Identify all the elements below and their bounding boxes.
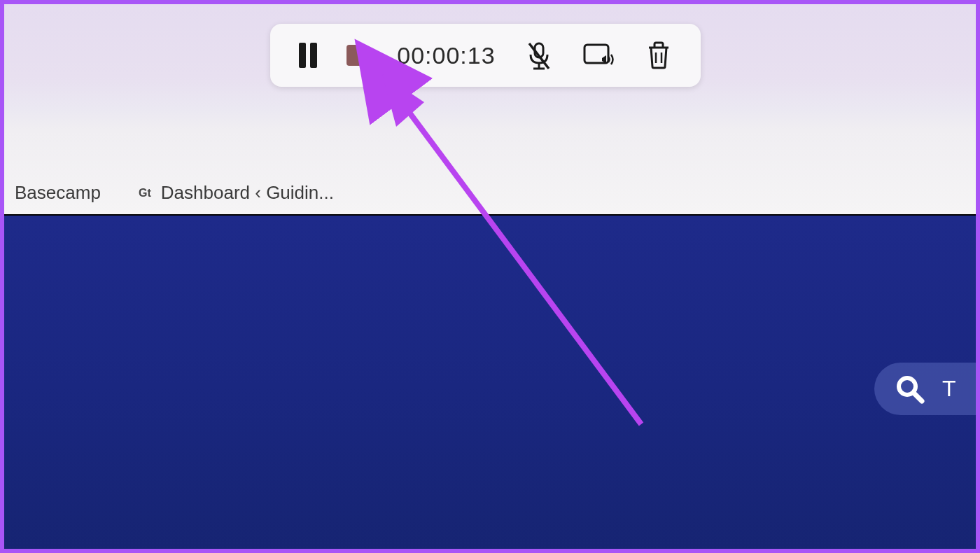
delete-button[interactable] [645, 41, 672, 70]
bookmark-label: Dashboard ‹ Guidin... [161, 182, 334, 204]
svg-line-8 [913, 393, 922, 401]
recording-timer: 00:00:13 [397, 42, 495, 69]
browser-chrome-area: 00:00:13 [4, 4, 976, 214]
stop-icon [346, 45, 368, 66]
screen-audio-icon [582, 41, 616, 69]
search-button[interactable]: T [874, 363, 980, 415]
bookmark-label: Basecamp [15, 182, 101, 204]
microphone-mute-button[interactable] [525, 41, 553, 70]
recording-toolbar: 00:00:13 [270, 24, 701, 87]
bookmark-basecamp[interactable]: Basecamp [15, 182, 101, 204]
microphone-muted-icon [525, 41, 553, 70]
system-audio-button[interactable] [582, 41, 616, 69]
bookmark-dashboard-guidin[interactable]: Gt Dashboard ‹ Guidin... [136, 182, 334, 204]
search-icon [895, 374, 925, 404]
favicon-icon: Gt [136, 184, 154, 202]
pause-icon [299, 43, 317, 68]
bookmarks-bar: Basecamp Gt Dashboard ‹ Guidin... [15, 182, 334, 204]
trash-icon [645, 41, 672, 70]
search-text-partial: T [942, 376, 956, 402]
stop-button[interactable] [346, 45, 368, 66]
page-content-area: T [4, 214, 976, 553]
pause-button[interactable] [299, 43, 317, 68]
